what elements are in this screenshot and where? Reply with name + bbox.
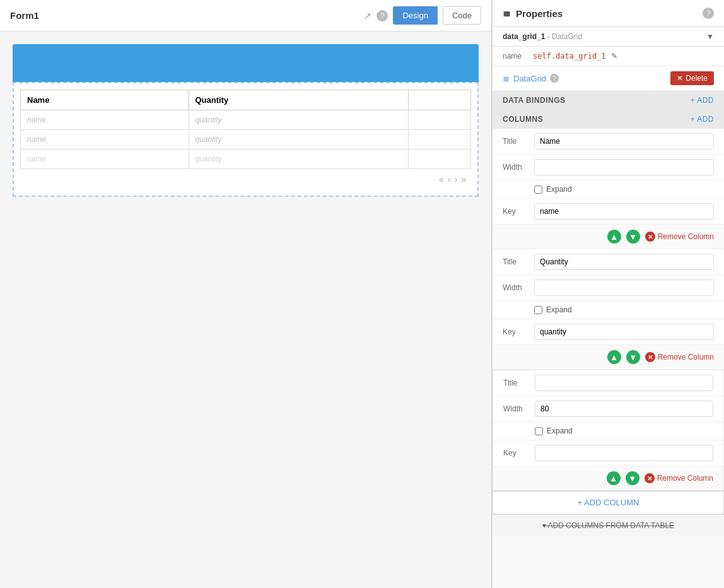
cell-qty-3: quantity xyxy=(189,150,408,169)
col2-up-button[interactable]: ▲ xyxy=(607,350,621,364)
col1-up-button[interactable]: ▲ xyxy=(607,230,621,244)
component-type: - DataGrid xyxy=(547,32,582,41)
col2-key-label: Key xyxy=(503,327,534,336)
col1-title-label: Title xyxy=(503,137,534,146)
col2-width-row: Width xyxy=(493,275,724,301)
component-info: data_grid_1 - DataGrid ▼ xyxy=(493,27,724,47)
cell-qty-2: quantity xyxy=(189,130,408,150)
name-value: self.data_grid_1 xyxy=(533,52,606,61)
col2-key-row: Key xyxy=(493,319,724,345)
add-column-button[interactable]: + ADD COLUMN xyxy=(493,491,724,514)
page-next[interactable]: › xyxy=(455,174,458,184)
col3-up-button[interactable]: ▲ xyxy=(607,471,621,485)
add-columns-from-button[interactable]: ▾ ADD COLUMNS FROM DATA TABLE xyxy=(493,514,724,536)
col3-down-button[interactable]: ▼ xyxy=(626,471,639,485)
expand-icon[interactable]: ↗ xyxy=(364,11,371,21)
col1-key-row: Key xyxy=(493,199,724,225)
col2-title-label: Title xyxy=(503,257,534,266)
col1-width-row: Width xyxy=(493,155,724,180)
cell-qty-1: quantity xyxy=(189,110,408,130)
col2-width-label: Width xyxy=(503,283,534,292)
datagrid-container[interactable]: Name Quantity name quantity name quantit… xyxy=(13,82,479,197)
form-title: Form1 xyxy=(10,10,39,21)
delete-button[interactable]: ✕ Delete xyxy=(670,71,714,85)
x-icon: ✕ xyxy=(677,74,683,83)
col2-down-button[interactable]: ▼ xyxy=(626,350,640,364)
page-prev[interactable]: ‹ xyxy=(448,174,451,184)
datagrid-type-row: ≣ DataGrid ? ✕ Delete xyxy=(493,66,724,91)
col1-expand-label[interactable]: Expand xyxy=(534,185,572,194)
col2-title-row: Title xyxy=(493,249,724,275)
col3-title-row: Title xyxy=(493,370,723,396)
grid-icon: ≣ xyxy=(503,8,511,19)
col3-action-row: ▲ ▼ ✕ Remove Column xyxy=(493,466,723,490)
col1-down-button[interactable]: ▼ xyxy=(626,230,640,244)
col-header-empty xyxy=(408,90,470,110)
col2-expand-label[interactable]: Expand xyxy=(534,305,572,314)
component-id-row: data_grid_1 - DataGrid xyxy=(503,32,582,41)
col3-key-row: Key xyxy=(493,440,723,466)
col1-title-row: Title xyxy=(493,129,724,155)
properties-title: ≣ Properties xyxy=(503,8,563,19)
col1-title-input[interactable] xyxy=(534,133,714,150)
col1-action-row: ▲ ▼ ✕ Remove Column xyxy=(493,225,724,249)
component-id: data_grid_1 xyxy=(503,32,545,41)
dropdown-arrow-icon[interactable]: ▼ xyxy=(706,32,714,41)
name-row: name self.data_grid_1 ✎ xyxy=(493,47,724,66)
cell-name-2: name xyxy=(21,130,189,150)
tab-code[interactable]: Code xyxy=(443,6,481,25)
col2-title-input[interactable] xyxy=(534,254,714,270)
column-block-1: Title Width Expand Key ▲ ▼ ✕ Remove Colu… xyxy=(493,129,724,249)
col1-width-label: Width xyxy=(503,163,534,172)
table-row: name quantity xyxy=(21,130,471,150)
col1-remove-button[interactable]: ✕ Remove Column xyxy=(645,232,714,242)
pagination-row: « ‹ › » xyxy=(20,169,471,189)
top-bar: Form1 ↗ ? Design Code xyxy=(0,0,491,32)
blue-header-bar xyxy=(13,44,479,82)
col1-width-input[interactable] xyxy=(534,159,714,175)
help-icon[interactable]: ? xyxy=(377,10,388,21)
col2-width-input[interactable] xyxy=(534,279,714,296)
datagrid-help-icon[interactable]: ? xyxy=(550,74,559,83)
col-header-name: Name xyxy=(21,90,189,110)
cell-extra-2 xyxy=(408,130,470,150)
edit-icon[interactable]: ✎ xyxy=(611,52,617,61)
col3-key-label: Key xyxy=(503,449,535,457)
add-data-binding-link[interactable]: + ADD xyxy=(690,96,714,105)
col3-remove-icon: ✕ xyxy=(645,473,655,483)
datagrid-link[interactable]: ≣ DataGrid ? xyxy=(503,74,559,83)
table-row: name quantity xyxy=(21,110,471,130)
col3-expand-checkbox[interactable] xyxy=(535,427,543,435)
col2-expand-checkbox[interactable] xyxy=(534,306,542,314)
col3-expand-label[interactable]: Expand xyxy=(535,426,573,435)
col1-expand-checkbox[interactable] xyxy=(534,185,542,194)
datagrid-table: Name Quantity name quantity name quantit… xyxy=(20,90,471,169)
col2-remove-button[interactable]: ✕ Remove Column xyxy=(645,352,714,362)
col1-remove-icon: ✕ xyxy=(645,232,655,242)
right-panel: ≣ Properties ? data_grid_1 - DataGrid ▼ … xyxy=(492,0,724,588)
col3-width-label: Width xyxy=(503,404,535,413)
col1-expand-row: Expand xyxy=(493,180,724,199)
properties-help-icon[interactable]: ? xyxy=(703,8,714,19)
col2-key-input[interactable] xyxy=(534,324,714,340)
col3-key-input[interactable] xyxy=(535,445,713,461)
left-panel: Form1 ↗ ? Design Code Name Quantity xyxy=(0,0,492,588)
col3-remove-button[interactable]: ✕ Remove Column xyxy=(645,473,713,483)
data-bindings-section: DATA BINDINGS + ADD xyxy=(493,91,724,110)
col3-title-label: Title xyxy=(503,379,535,387)
col1-key-input[interactable] xyxy=(534,203,714,220)
col1-remove-label: Remove Column xyxy=(658,232,714,241)
canvas-area: Name Quantity name quantity name quantit… xyxy=(0,32,491,588)
tab-design[interactable]: Design xyxy=(393,6,437,25)
top-bar-right: ↗ ? Design Code xyxy=(364,6,481,25)
col3-remove-label: Remove Column xyxy=(657,474,713,483)
cell-name-1: name xyxy=(21,110,189,130)
page-last[interactable]: » xyxy=(461,174,466,184)
col3-expand-row: Expand xyxy=(493,422,723,440)
col3-width-input[interactable] xyxy=(535,401,713,417)
col3-title-input[interactable] xyxy=(535,375,713,391)
add-column-link[interactable]: + ADD xyxy=(690,115,714,124)
properties-header: ≣ Properties ? xyxy=(493,0,724,27)
page-first[interactable]: « xyxy=(439,174,444,184)
column-block-3: Title Width Expand Key ▲ ▼ ✕ Remove Colu… xyxy=(493,370,724,491)
